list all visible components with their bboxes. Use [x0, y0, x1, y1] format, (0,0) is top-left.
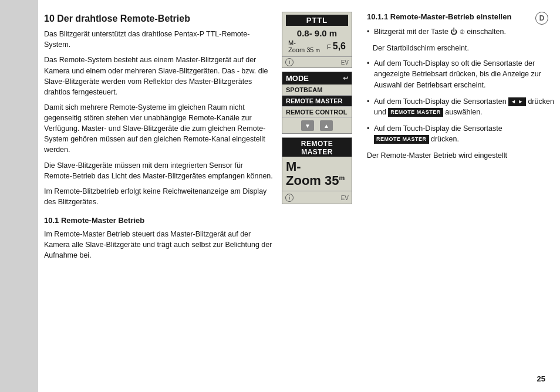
left-margin — [0, 0, 38, 392]
section10-para3: Damit sich mehrere Remote-Systeme im gle… — [44, 102, 273, 156]
text-column: 10 Der drahtlose Remote-Betrieb Das Blit… — [44, 12, 273, 380]
section10-1-1-title: 10.1.1 Remote-Master-Betrieb einstellen — [367, 12, 554, 23]
rm-master-label: MASTER — [282, 148, 352, 156]
main-content: 10 Der drahtlose Remote-Betrieb Das Blit… — [38, 0, 560, 392]
result-text: Der Remote-Master Betrieb wird eingestel… — [367, 150, 554, 161]
rm-zoom-prefix: M- — [286, 159, 301, 174]
distance-row: 0.8- 9.0 m — [286, 26, 348, 39]
instruction-bullet1: Blitzgerät mit der Taste ⏻ ② einschalten… — [367, 26, 554, 37]
indent1: Der Startbildschirm erscheint. — [367, 43, 554, 53]
remote-master-screen: REMOTE MASTER M- Zoom 35m i EV — [282, 137, 352, 204]
bullet1-sym: ⏻ — [450, 28, 459, 36]
mode-nav: ▼ ▲ — [282, 118, 352, 133]
mode-item-remote-control[interactable]: REMOTE CONTROL — [282, 107, 352, 118]
bullet1-2: ② — [460, 29, 465, 35]
instruction-bullet3: Auf dem Touch-Display die Sensortasten ◄… — [367, 96, 554, 117]
section10-para5: Im Remote-Blitzbetrieb erfolgt keine Rei… — [44, 186, 273, 207]
f-value: F 5,6 — [327, 41, 346, 52]
bullet3-badge1: ◄ ► — [508, 97, 526, 106]
bullet1-text: Blitzgerät mit der Taste — [374, 28, 448, 36]
page: 10 Der drahtlose Remote-Betrieb Das Blit… — [0, 0, 560, 392]
instruction-bullet4: Auf dem Touch-Display die Sensortaste RE… — [367, 123, 554, 144]
section10-para1: Das Blitzgerät unterstützt das drahtlose… — [44, 29, 273, 50]
bullet1-end: einschalten. — [467, 28, 506, 36]
ev-label-top: EV — [341, 59, 349, 66]
mode-item-spotbeam[interactable]: SPOTBEAM — [282, 85, 352, 96]
rm-remote-label: REMOTE — [282, 140, 352, 148]
mode-item-remote-master[interactable]: REMOTE MASTER — [282, 96, 352, 107]
zoom-label: M- Zoom 35 m — [288, 39, 320, 53]
mode-back-icon: ↩ — [343, 75, 348, 82]
d-badge: D — [535, 12, 548, 25]
zoom-row: M- Zoom 35 m F 5,6 — [286, 39, 348, 55]
screen-top: PTTL 0.8- 9.0 m M- Zoom 35 m F 5,6 — [282, 12, 352, 56]
mode-panel: MODE ↩ SPOTBEAM REMOTE MASTER REMOTE CON… — [282, 72, 352, 134]
bullet4-badge: REMOTE MASTER — [374, 135, 429, 144]
info-row-top: i EV — [282, 56, 352, 67]
mode-header: MODE ↩ — [282, 72, 352, 85]
page-number: 25 — [537, 374, 545, 383]
bullet3-badge2: REMOTE MASTER — [388, 108, 443, 117]
nav-up-btn[interactable]: ▲ — [320, 120, 333, 131]
pttl-label: PTTL — [286, 15, 348, 26]
device-screen-top: PTTL 0.8- 9.0 m M- Zoom 35 m F 5,6 i — [282, 12, 352, 68]
ev-label-bottom: EV — [341, 195, 349, 201]
bullet4-pre: Auf dem Touch-Display die Sensortaste — [374, 124, 502, 133]
section10-title: 10 Der drahtlose Remote-Betrieb — [44, 12, 273, 25]
zoom-m: M- — [288, 39, 296, 46]
rm-zoom-value: Zoom 35m — [286, 173, 345, 188]
bullet3-post: auswählen. — [445, 108, 482, 116]
instruction-column: 10.1.1 Remote-Master-Betrieb einstellen … — [361, 12, 554, 380]
bullet4-post: drücken. — [431, 135, 459, 143]
section10-1-para1: Im Remote-Master Betrieb steuert das Mas… — [44, 229, 273, 261]
nav-down-btn[interactable]: ▼ — [301, 120, 314, 131]
rm-header: REMOTE MASTER — [282, 138, 352, 157]
zoom-text: Zoom 35 m — [288, 46, 320, 53]
section10-para4: Die Slave-Blitzgeräte müssen mit dem int… — [44, 160, 273, 181]
rm-info-row: i EV — [282, 191, 352, 204]
rm-zoom: M- Zoom 35m — [282, 157, 352, 188]
info-icon-bottom: i — [285, 194, 294, 202]
section10-1-title: 10.1 Remote-Master Betrieb — [44, 215, 273, 227]
bullet3-pre: Auf dem Touch-Display die Sensortasten — [374, 97, 507, 106]
info-icon-top: i — [285, 58, 294, 66]
instruction-bullet2: Auf dem Touch-Display so oft die Sensort… — [367, 58, 554, 90]
section10-para2: Das Remote-System besteht aus einem Mast… — [44, 55, 273, 97]
mode-title: MODE — [286, 74, 309, 83]
device-column: PTTL 0.8- 9.0 m M- Zoom 35 m F 5,6 i — [279, 12, 355, 380]
